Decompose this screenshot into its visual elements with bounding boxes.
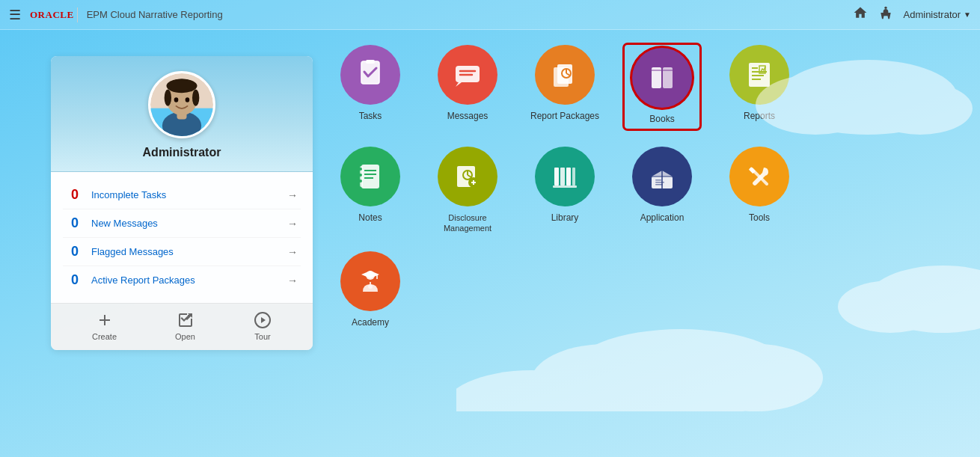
svg-point-10 <box>174 97 179 102</box>
grid-item-tasks[interactable]: Tasks <box>333 45 408 129</box>
svg-marker-20 <box>456 82 462 87</box>
tools-label: Tools <box>749 212 770 224</box>
open-label: Open <box>175 332 195 341</box>
reports-icon-circle <box>729 45 789 105</box>
tour-label: Tour <box>254 332 270 341</box>
messages-label: Messages <box>447 111 489 123</box>
navbar: ☰ ORACLE EPM Cloud Narrative Reporting A… <box>0 0 980 30</box>
admin-name: Administrator <box>63 146 301 159</box>
svg-rect-34 <box>361 165 379 188</box>
svg-point-7 <box>165 89 171 105</box>
application-label: Application <box>640 212 685 224</box>
user-name: Administrator <box>904 9 961 20</box>
avatar <box>148 71 215 138</box>
svg-point-69 <box>569 329 793 411</box>
library-label: Library <box>551 212 579 224</box>
grid-item-report-packages[interactable]: Report Packages <box>527 45 602 129</box>
grid-item-application[interactable]: Application <box>625 147 699 234</box>
flagged-messages-arrow: → <box>287 246 298 258</box>
svg-rect-48 <box>560 168 565 185</box>
reports-label: Reports <box>744 111 775 123</box>
create-label: Create <box>92 332 117 341</box>
notes-icon-circle <box>340 147 400 206</box>
svg-rect-47 <box>554 168 559 185</box>
grid-item-notes[interactable]: Notes <box>333 147 408 234</box>
open-icon <box>177 311 195 329</box>
oracle-logo: ORACLE <box>30 9 74 21</box>
messages-icon <box>451 58 484 91</box>
svg-point-39 <box>359 168 362 171</box>
svg-point-64 <box>368 284 373 289</box>
grid-item-messages[interactable]: Messages <box>430 45 505 129</box>
svg-point-8 <box>192 89 199 105</box>
books-label: Books <box>649 114 674 126</box>
svg-point-0 <box>884 7 886 9</box>
tools-icon-circle <box>729 147 789 206</box>
accessibility-icon[interactable] <box>878 5 893 24</box>
svg-marker-13 <box>261 317 266 323</box>
svg-point-71 <box>688 344 823 411</box>
svg-rect-57 <box>655 182 664 183</box>
notes-icon <box>354 160 387 193</box>
books-icon-circle <box>632 48 692 108</box>
nav-right: Administrator ▼ <box>853 5 971 24</box>
svg-rect-32 <box>752 79 761 80</box>
active-report-packages-label: Active Report Packages <box>91 274 287 286</box>
incomplete-tasks-arrow: → <box>287 189 298 201</box>
grid-item-disclosure-management[interactable]: Disclosure Management <box>430 147 505 234</box>
svg-point-9 <box>169 79 195 90</box>
main-grid: Tasks Messages Report Packages <box>333 45 965 329</box>
svg-point-70 <box>531 344 681 411</box>
open-button[interactable]: Open <box>175 311 195 341</box>
stat-row-new-messages[interactable]: 0 New Messages → <box>63 209 301 238</box>
disclosure-icon-circle <box>438 147 497 206</box>
grid-item-reports[interactable]: Reports <box>722 45 797 129</box>
incomplete-tasks-count: 0 <box>66 187 84 203</box>
grid-item-books[interactable]: Books <box>625 45 699 129</box>
stat-row-active-report-packages[interactable]: 0 Active Report Packages → <box>63 266 301 294</box>
svg-rect-49 <box>566 168 571 185</box>
application-icon-circle <box>632 147 692 206</box>
tour-button[interactable]: Tour <box>254 311 272 341</box>
academy-icon <box>354 265 387 298</box>
disclosure-management-label: Disclosure Management <box>430 212 505 234</box>
app-title: EPM Cloud Narrative Reporting <box>87 9 223 20</box>
stat-row-flagged-messages[interactable]: 0 Flagged Messages → <box>63 238 301 266</box>
stats-section: 0 Incomplete Tasks → 0 New Messages → 0 … <box>51 172 313 303</box>
flagged-messages-count: 0 <box>66 244 84 260</box>
tour-icon <box>254 311 272 329</box>
active-report-packages-count: 0 <box>66 272 84 288</box>
svg-point-41 <box>359 180 362 183</box>
tasks-label: Tasks <box>359 111 382 123</box>
disclosure-icon <box>451 160 484 193</box>
tasks-icon <box>354 58 387 91</box>
tools-icon <box>743 160 776 193</box>
left-panel: Administrator 0 Incomplete Tasks → 0 New… <box>51 56 313 350</box>
svg-rect-16 <box>366 60 375 64</box>
report-packages-icon <box>548 58 581 91</box>
library-icon <box>548 160 581 193</box>
tasks-icon-circle <box>340 45 400 105</box>
grid-item-tools[interactable]: Tools <box>722 147 797 234</box>
grid-item-library[interactable]: Library <box>527 147 602 234</box>
svg-rect-29 <box>752 67 758 69</box>
user-menu[interactable]: Administrator ▼ <box>904 9 971 20</box>
incomplete-tasks-label: Incomplete Tasks <box>91 189 287 200</box>
svg-rect-56 <box>655 180 661 181</box>
action-bar: Create Open Tour <box>51 303 313 350</box>
svg-rect-58 <box>655 184 663 185</box>
books-icon <box>646 61 679 94</box>
academy-icon-circle <box>340 251 400 311</box>
svg-point-40 <box>359 174 362 177</box>
create-button[interactable]: Create <box>92 311 117 341</box>
library-icon-circle <box>535 147 595 206</box>
new-messages-arrow: → <box>287 218 298 230</box>
home-icon[interactable] <box>853 5 868 24</box>
svg-rect-63 <box>376 274 378 279</box>
grid-item-academy[interactable]: Academy <box>333 251 408 329</box>
oracle-logo-text: ORACLE <box>30 9 74 21</box>
report-packages-label: Report Packages <box>530 111 599 123</box>
hamburger-menu-icon[interactable]: ☰ <box>9 7 21 23</box>
stat-row-incomplete-tasks[interactable]: 0 Incomplete Tasks → <box>63 181 301 209</box>
svg-point-11 <box>186 97 190 102</box>
